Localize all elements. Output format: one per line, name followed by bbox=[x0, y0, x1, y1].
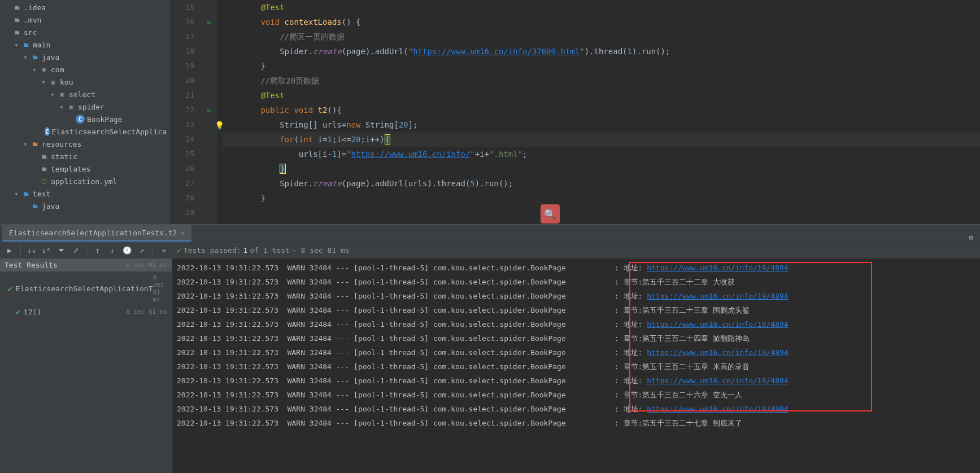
tree-item[interactable]: 🖿src bbox=[0, 26, 169, 38]
close-icon[interactable]: × bbox=[180, 229, 185, 237]
tree-item[interactable]: ▾▣kou bbox=[0, 76, 169, 88]
gear-icon[interactable]: ⚙ bbox=[964, 233, 978, 242]
rerun-button[interactable]: ▶ bbox=[3, 244, 16, 257]
tree-item[interactable]: ▾▣com bbox=[0, 63, 169, 76]
code-line[interactable]: for(int i=1;i<=20;i++){ bbox=[223, 132, 980, 147]
project-tree[interactable]: 🖿.idea 🖿.mvn 🖿src▾🖿main▾🖿java▾▣com▾▣kou▾… bbox=[0, 0, 169, 224]
console-link[interactable]: https://www.um16.cn/info/19/4894 bbox=[647, 320, 788, 329]
code-line[interactable]: } bbox=[223, 191, 980, 205]
sort-alpha[interactable]: ↓ᴬ bbox=[40, 244, 53, 257]
tree-label: spider bbox=[78, 103, 104, 111]
code-line[interactable]: @Test bbox=[223, 0, 980, 15]
chevron-down-icon[interactable]: ▾ bbox=[59, 103, 64, 111]
tree-label: .mvn bbox=[24, 16, 41, 24]
check-icon: ✔ bbox=[177, 246, 181, 255]
tree-label: src bbox=[24, 28, 37, 37]
chevron-down-icon[interactable]: ▾ bbox=[14, 41, 19, 49]
console-link[interactable]: https://www.um16.cn/info/19/4894 bbox=[647, 264, 788, 272]
run-gutter-icon[interactable] bbox=[201, 205, 217, 220]
run-gutter-icon[interactable] bbox=[201, 132, 217, 147]
tree-label: test bbox=[33, 190, 50, 198]
chevron-down-icon[interactable]: ▾ bbox=[41, 78, 46, 86]
tree-item[interactable]: 🖿.idea bbox=[0, 1, 169, 14]
code-line[interactable]: String[] urls=new String[20]; bbox=[223, 117, 980, 132]
export-button[interactable]: ↗ bbox=[136, 244, 148, 257]
folder-icon: 🖿 bbox=[12, 15, 21, 24]
run-gutter-icon[interactable] bbox=[201, 88, 217, 103]
test-result-row[interactable]: ✔t2()8 sec 81 ms bbox=[0, 305, 172, 318]
tree-item[interactable]: CElasticsearchSelectApplica bbox=[0, 125, 169, 138]
yml-icon: ⬡ bbox=[40, 177, 49, 186]
tree-item[interactable]: ▾🖿test bbox=[0, 187, 169, 200]
res-icon: 🖿 bbox=[31, 139, 40, 148]
filter-button[interactable]: ⏷ bbox=[55, 244, 67, 257]
code-line[interactable]: } bbox=[223, 220, 980, 224]
console-line: 2022-10-13 19:31:22.573 WARN 32484 --- [… bbox=[177, 345, 975, 360]
test-result-row[interactable]: ✔ElasticsearchSelectApplicationT8 sec 81… bbox=[0, 271, 172, 305]
chevron-down-icon[interactable]: ▾ bbox=[50, 90, 55, 99]
run-gutter-icon[interactable] bbox=[201, 59, 217, 73]
run-gutter-icon[interactable] bbox=[201, 220, 217, 224]
tree-label: static bbox=[51, 152, 77, 161]
clock-icon[interactable]: 🕘 bbox=[121, 244, 133, 257]
run-gutter-icon[interactable] bbox=[201, 0, 217, 15]
run-gutter-icon[interactable] bbox=[201, 147, 217, 161]
run-tab[interactable]: ElasticsearchSelectApplicationTests.t2 × bbox=[2, 225, 191, 242]
code-line[interactable]: Spider.create(page).addUrl(urls).thread(… bbox=[223, 176, 980, 191]
tree-item[interactable]: 🖿java bbox=[0, 200, 169, 212]
tree-label: application.yml bbox=[51, 177, 117, 186]
class-icon: C bbox=[45, 127, 49, 136]
code-line[interactable]: @Test bbox=[223, 88, 980, 103]
search-icon[interactable]: 🔍 bbox=[541, 204, 560, 224]
tree-item[interactable]: CBookPage bbox=[0, 113, 169, 125]
code-line[interactable]: } bbox=[223, 59, 980, 73]
tree-item[interactable]: ⬡application.yml bbox=[0, 175, 169, 187]
code-line[interactable]: urls[i-1]="https://www.um16.cn/info/"+i+… bbox=[223, 147, 980, 161]
tree-label: kou bbox=[60, 78, 73, 86]
tree-item[interactable]: ▾▣select bbox=[0, 88, 169, 100]
run-gutter-icon[interactable] bbox=[201, 176, 217, 191]
tree-label: .idea bbox=[24, 3, 46, 12]
sort-toggle[interactable]: ↓₉ bbox=[25, 244, 38, 257]
chevron-down-icon[interactable]: ▾ bbox=[23, 140, 28, 148]
code-line[interactable]: //爬取20页数据 bbox=[223, 73, 980, 88]
tree-item[interactable]: ▾🖿resources bbox=[0, 138, 169, 150]
run-gutter-icon[interactable] bbox=[201, 161, 217, 176]
run-gutter-icon[interactable] bbox=[201, 44, 217, 59]
code-line[interactable]: void contextLoads() { bbox=[223, 15, 980, 29]
expand-button[interactable]: ⤢ bbox=[69, 244, 82, 257]
tree-item[interactable]: 🖿.mvn bbox=[0, 14, 169, 26]
console-link[interactable]: https://www.um16.cn/info/19/4894 bbox=[647, 405, 788, 413]
console-link[interactable]: https://www.um16.cn/info/19/4894 bbox=[647, 376, 788, 385]
tree-item[interactable]: 🖿templates bbox=[0, 163, 169, 175]
tree-item[interactable]: ▾▣spider bbox=[0, 100, 169, 113]
run-gutter-icon[interactable]: ↻ bbox=[201, 103, 217, 117]
console-link[interactable]: https://www.um16.cn/info/19/4894 bbox=[647, 348, 788, 357]
code-line[interactable]: public void t2(){ bbox=[223, 103, 980, 117]
console-link[interactable]: https://www.um16.cn/info/19/4894 bbox=[647, 292, 788, 300]
run-gutter-icon[interactable] bbox=[201, 73, 217, 88]
console-output[interactable]: 2022-10-13 19:31:22.573 WARN 32484 --- [… bbox=[172, 259, 980, 473]
test-results-panel[interactable]: Test Results 8 sec 81 ms ✔ElasticsearchS… bbox=[0, 259, 172, 473]
run-gutter-icon[interactable]: ↻ bbox=[201, 15, 217, 29]
test-results-header: Test Results 8 sec 81 ms bbox=[0, 259, 172, 271]
run-gutter-icon[interactable] bbox=[201, 191, 217, 205]
run-tab-bar: ElasticsearchSelectApplicationTests.t2 ×… bbox=[0, 225, 980, 242]
tree-item[interactable]: 🖿static bbox=[0, 150, 169, 163]
down-button[interactable]: ↓ bbox=[106, 244, 119, 257]
code-line[interactable]: } bbox=[223, 161, 980, 176]
up-button[interactable]: ↑ bbox=[92, 244, 104, 257]
intention-bulb-icon[interactable]: 💡 bbox=[215, 118, 224, 133]
run-gutter-icon[interactable] bbox=[201, 29, 217, 44]
code-line[interactable]: Spider.create(page).addUrl("https://www.… bbox=[223, 44, 980, 59]
tree-item[interactable]: ▾🖿java bbox=[0, 51, 169, 63]
chevron-down-icon[interactable]: ▾ bbox=[14, 190, 19, 198]
code-editor[interactable]: 15161718192021222324252627282930 ↻↻ 💡 @T… bbox=[169, 0, 980, 224]
code-line[interactable] bbox=[223, 205, 980, 220]
chevron-down-icon[interactable]: ▾ bbox=[32, 65, 37, 74]
tree-item[interactable]: ▾🖿main bbox=[0, 38, 169, 51]
tree-label: select bbox=[69, 90, 95, 99]
code-line[interactable]: //爬区一页的数据 bbox=[223, 29, 980, 44]
chevron-down-icon[interactable]: ▾ bbox=[23, 53, 28, 62]
more-button[interactable]: » bbox=[158, 244, 170, 257]
